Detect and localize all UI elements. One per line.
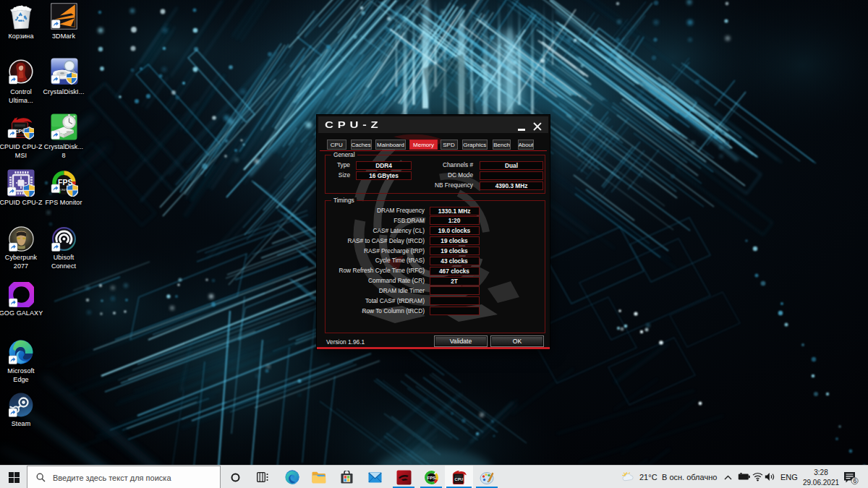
svg-text:FPS: FPS <box>427 476 435 480</box>
svg-text:CPU: CPU <box>455 477 464 481</box>
svg-text:6: 6 <box>853 477 856 484</box>
